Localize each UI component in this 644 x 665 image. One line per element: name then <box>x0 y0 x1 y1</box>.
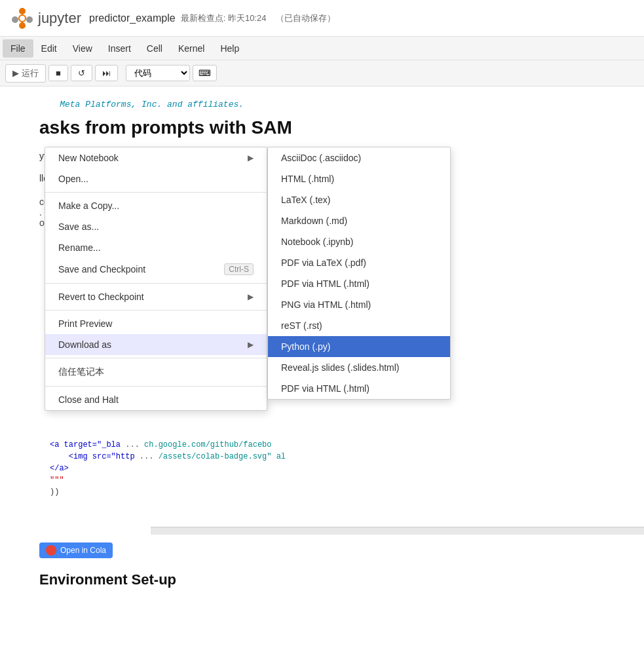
menu-save-as[interactable]: Save as... <box>45 216 267 237</box>
header: jupyter predictor_example 最新检查点: 昨天10:24… <box>0 0 644 37</box>
menu-close-halt[interactable]: Close and Halt <box>45 389 267 410</box>
sep-5 <box>45 386 267 387</box>
open-label: Open... <box>58 174 88 184</box>
menu-help[interactable]: Help <box>212 39 247 58</box>
sep-2 <box>45 283 267 284</box>
toolbar: ▶ 运行 ■ ↺ ⏭ 代码 Markdown ⌨ <box>0 60 644 86</box>
submenu-pdf-latex[interactable]: PDF via LaTeX (.pdf) <box>268 252 450 273</box>
revert-arrow: ▶ <box>248 292 254 301</box>
svg-point-4 <box>19 15 26 22</box>
submenu-rest[interactable]: reST (.rst) <box>268 315 450 336</box>
main-content: Meta Platforms, Inc. and affiliates. ask… <box>0 86 644 665</box>
keyboard-shortcuts-button[interactable]: ⌨ <box>193 65 217 81</box>
submenu-reveal[interactable]: Reveal.js slides (.slides.html) <box>268 357 450 378</box>
run-icon: ▶ <box>12 68 19 78</box>
make-copy-label: Make a Copy... <box>58 200 119 211</box>
code-line-5: )) <box>50 486 634 498</box>
download-as-label: Download as <box>58 339 111 350</box>
code-line-2: <img src="http ... /assets/colab-badge.s… <box>50 451 634 463</box>
run-button[interactable]: ▶ 运行 <box>5 64 46 83</box>
new-notebook-label: New Notebook <box>58 153 119 163</box>
menu-open[interactable]: Open... <box>45 168 267 189</box>
restart-button[interactable]: ↺ <box>71 65 92 81</box>
jupyter-logo-icon <box>10 7 34 30</box>
autosave-label: （已自动保存） <box>276 13 335 23</box>
notebook-heading: asks from prompts with SAM <box>39 117 605 138</box>
checkpoint-info: 最新检查点: 昨天10:24 （已自动保存） <box>181 12 335 24</box>
horizontal-scrollbar[interactable] <box>151 527 644 535</box>
menu-insert[interactable]: Insert <box>100 39 139 58</box>
download-as-submenu: AsciiDoc (.asciidoc) HTML (.html) LaTeX … <box>267 147 451 400</box>
jupyter-brand-text: jupyter <box>38 10 81 27</box>
run-label: 运行 <box>22 67 39 79</box>
download-as-arrow: ▶ <box>248 340 254 349</box>
keyboard-icon: ⌨ <box>199 68 211 78</box>
close-halt-label: Close and Halt <box>58 394 119 405</box>
code-cell: <a target="_bla ... ch.google.com/github… <box>39 434 644 503</box>
environment-heading: Environment Set-up <box>39 571 176 588</box>
checkpoint-label: 最新检查点: 昨天10:24 <box>181 13 267 23</box>
sep-1 <box>45 192 267 193</box>
menu-kernel[interactable]: Kernel <box>170 39 212 58</box>
svg-point-2 <box>12 16 18 23</box>
trust-label: 信任笔记本 <box>58 366 104 378</box>
menu-view[interactable]: View <box>65 39 100 58</box>
submenu-python[interactable]: Python (.py) <box>268 336 450 357</box>
colab-text: Open in Cola <box>60 546 106 555</box>
submenu-asciidoc[interactable]: AsciiDoc (.asciidoc) <box>268 147 450 168</box>
restart-icon: ↺ <box>78 68 85 78</box>
file-menu-dropdown: New Notebook ▶ Open... Make a Copy... Sa… <box>45 147 267 411</box>
submenu-latex[interactable]: LaTeX (.tex) <box>268 189 450 210</box>
rename-label: Rename... <box>58 242 101 253</box>
fast-forward-button[interactable]: ⏭ <box>95 65 118 81</box>
revert-label: Revert to Checkpoint <box>58 292 144 302</box>
print-preview-label: Print Preview <box>58 318 112 329</box>
menu-new-notebook[interactable]: New Notebook ▶ <box>45 147 267 168</box>
jupyter-logo: jupyter <box>10 7 81 30</box>
submenu-png-html[interactable]: PNG via HTML (.html) <box>268 294 450 315</box>
menu-download-as[interactable]: Download as ▶ <box>45 334 267 355</box>
svg-point-3 <box>26 16 33 23</box>
svg-point-1 <box>19 22 26 29</box>
menu-cell[interactable]: Cell <box>139 39 170 58</box>
submenu-markdown[interactable]: Markdown (.md) <box>268 210 450 231</box>
save-checkpoint-label: Save and Checkpoint <box>58 264 145 275</box>
menu-file[interactable]: File <box>3 39 33 58</box>
colab-badge[interactable]: Open in Cola <box>39 542 113 558</box>
fast-forward-icon: ⏭ <box>102 68 111 78</box>
menu-edit[interactable]: Edit <box>33 39 65 58</box>
code-line-1: <a target="_bla ... ch.google.com/github… <box>50 439 634 451</box>
menu-rename[interactable]: Rename... <box>45 237 267 258</box>
code-line-3: </a> <box>50 463 634 474</box>
submenu-pdf-html2[interactable]: PDF via HTML (.html) <box>268 378 450 399</box>
menu-trust[interactable]: 信任笔记本 <box>45 361 267 383</box>
save-as-label: Save as... <box>58 221 99 232</box>
stop-icon: ■ <box>56 68 61 78</box>
save-checkpoint-shortcut: Ctrl-S <box>224 263 254 275</box>
menu-revert[interactable]: Revert to Checkpoint ▶ <box>45 286 267 307</box>
menu-save-checkpoint[interactable]: Save and Checkpoint Ctrl-S <box>45 258 267 280</box>
code-line-4: """ <box>50 474 634 486</box>
code-comment: Meta Platforms, Inc. and affiliates. <box>39 100 605 109</box>
menu-print-preview[interactable]: Print Preview <box>45 313 267 334</box>
colab-badge-area: Open in Cola <box>39 537 113 563</box>
svg-point-0 <box>19 8 26 14</box>
menubar: File Edit View Insert Cell Kernel Help <box>0 37 644 60</box>
sep-4 <box>45 358 267 358</box>
new-notebook-arrow: ▶ <box>248 153 254 162</box>
cell-type-select[interactable]: 代码 Markdown <box>126 65 190 81</box>
menu-make-copy[interactable]: Make a Copy... <box>45 195 267 216</box>
submenu-html[interactable]: HTML (.html) <box>268 168 450 189</box>
colab-icon <box>46 545 56 556</box>
notebook-name[interactable]: predictor_example <box>89 12 176 24</box>
stop-button[interactable]: ■ <box>48 65 68 81</box>
submenu-notebook[interactable]: Notebook (.ipynb) <box>268 231 450 252</box>
sep-3 <box>45 310 267 311</box>
submenu-pdf-html[interactable]: PDF via HTML (.html) <box>268 273 450 294</box>
